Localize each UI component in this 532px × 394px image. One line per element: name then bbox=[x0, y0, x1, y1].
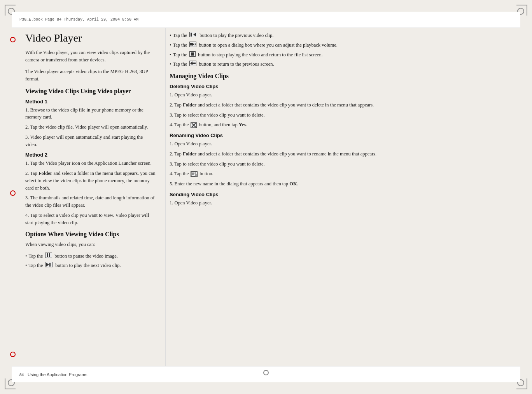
method2-step1: 1. Tap the Video player icon on the Appl… bbox=[25, 160, 156, 167]
rename-label: Renaming Video Clips bbox=[170, 132, 520, 138]
right-column: Tap the button to play the previous vide… bbox=[165, 28, 520, 366]
method2-step4: 4. Tap to select a video clip you want t… bbox=[25, 212, 156, 227]
accent-dot-bot bbox=[10, 352, 16, 357]
svg-rect-1 bbox=[49, 263, 51, 267]
svg-marker-5 bbox=[192, 43, 194, 46]
svg-marker-3 bbox=[193, 33, 196, 37]
back-icon bbox=[189, 61, 196, 66]
footer-label: Using the Application Programs bbox=[28, 372, 87, 377]
page-title: Video Player bbox=[25, 32, 156, 44]
center-decoration bbox=[263, 370, 269, 375]
intro-p2: The Video player accepts video clips in … bbox=[25, 68, 156, 83]
rename-step1: 1. Open Video player. bbox=[170, 140, 520, 148]
rename-step5: 5. Enter the new name in the dialog that… bbox=[170, 180, 520, 188]
svg-rect-9 bbox=[191, 172, 195, 176]
header-text: P30_E.book Page 84 Thursday, April 29, 2… bbox=[19, 17, 138, 22]
method1-step3: 3. Video player will open automatically … bbox=[25, 134, 156, 148]
delete-step1: 1. Open Video player. bbox=[170, 91, 520, 99]
method2-step3: 3. The thumbnails and related time, date… bbox=[25, 194, 156, 209]
delete-step4: 4. Tap the button, and then tap Yes. bbox=[170, 121, 520, 129]
rename-icon: 5 bbox=[191, 171, 198, 177]
bullet-pause: Tap the button to pause the video image. bbox=[25, 253, 156, 260]
method2-step2: 2. Tap Folder and select a folder in the… bbox=[25, 170, 156, 192]
delete-label: Deleting Video Clips bbox=[170, 84, 520, 89]
bullet-back: Tap the button to return to the previous… bbox=[170, 61, 520, 68]
left-accent bbox=[12, 29, 14, 365]
accent-dot-mid bbox=[10, 190, 16, 196]
svg-rect-4 bbox=[190, 43, 192, 45]
delete-step2: 2. Tap Folder and select a folder that c… bbox=[170, 101, 520, 109]
method1-label: Method 1 bbox=[25, 99, 156, 105]
next-icon bbox=[45, 262, 53, 267]
rename-step2: 2. Tap Folder and select a folder that c… bbox=[170, 150, 520, 158]
send-label: Sending Video Clips bbox=[170, 192, 520, 197]
accent-dot-top bbox=[10, 37, 16, 42]
footer-page-number: 84 bbox=[19, 372, 24, 377]
vol-icon bbox=[189, 42, 196, 47]
center-circle bbox=[263, 370, 269, 375]
section2-title: Options When Viewing Video Clips bbox=[25, 231, 156, 238]
section3-title: Managing Video Clips bbox=[170, 73, 520, 80]
bullet-vol: Tap the button to open a dialog box wher… bbox=[170, 42, 520, 49]
bullet-next: Tap the button to play the next video cl… bbox=[25, 262, 156, 269]
pause-icon bbox=[45, 253, 52, 258]
svg-marker-6 bbox=[190, 61, 196, 65]
delete-icon bbox=[191, 122, 197, 128]
bullet-stop: Tap the button to stop playing the video… bbox=[170, 51, 520, 59]
delete-step3: 3. Tap to select the video clip you want… bbox=[170, 112, 520, 119]
method2-label: Method 2 bbox=[25, 152, 156, 158]
svg-marker-0 bbox=[46, 263, 49, 267]
svg-rect-2 bbox=[191, 33, 192, 37]
intro-p1: With the Video player, you can view vide… bbox=[25, 49, 156, 64]
header-bar: P30_E.book Page 84 Thursday, April 29, 2… bbox=[12, 12, 520, 28]
send-step1: 1. Open Video player. bbox=[170, 199, 520, 207]
bullet-prev: Tap the button to play the previous vide… bbox=[170, 32, 520, 39]
content-area: Video Player With the Video player, you … bbox=[25, 28, 520, 366]
method1-step2: 2. Tap the video clip file. Video player… bbox=[25, 124, 156, 131]
section1-title: Viewing Video Clips Using Video player bbox=[25, 88, 156, 95]
rename-step4: 4. Tap the 5 button. bbox=[170, 170, 520, 178]
svg-text:5: 5 bbox=[196, 173, 197, 176]
prev-icon bbox=[189, 32, 197, 37]
left-column: Video Player With the Video player, you … bbox=[25, 28, 165, 366]
section2-intro: When viewing video clips, you can: bbox=[25, 241, 156, 248]
rename-step3: 3. Tap to select the video clip you want… bbox=[170, 160, 520, 168]
stop-icon bbox=[189, 51, 196, 57]
method1-step1: 1. Browse to the video clip file in your… bbox=[25, 106, 156, 121]
